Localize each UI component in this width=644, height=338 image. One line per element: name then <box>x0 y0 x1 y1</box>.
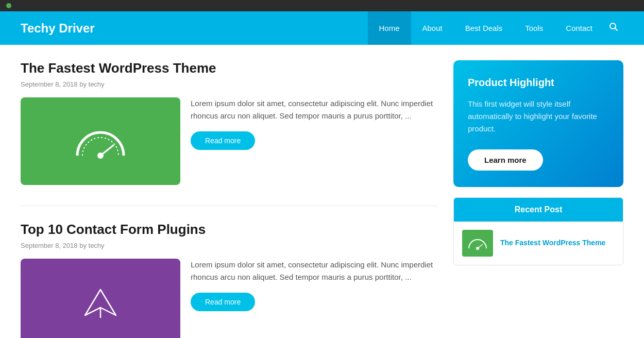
product-highlight-widget: Product Highlight This first widget will… <box>453 60 623 187</box>
recent-post-widget: Recent Post The Fastest WordPress Theme <box>453 197 623 265</box>
product-highlight-description: This first widget will style itself auto… <box>468 98 609 135</box>
article-1-body: Lorem ipsum dolor sit amet, consectetur … <box>21 97 438 185</box>
article-1-thumbnail <box>21 97 180 185</box>
search-icon[interactable] <box>604 22 623 34</box>
svg-line-3 <box>100 145 113 156</box>
status-dot <box>6 3 11 8</box>
recent-post-header: Recent Post <box>454 198 623 222</box>
article-2: Top 10 Contact Form Plugins September 8,… <box>21 222 438 338</box>
nav-best-deals[interactable]: Best Deals <box>454 11 514 45</box>
article-1: The Fastest WordPress Theme September 8,… <box>21 60 438 185</box>
article-1-excerpt: Lorem ipsum dolor sit amet, consectetur … <box>191 97 438 122</box>
article-2-excerpt: Lorem ipsum dolor sit amet, consectetur … <box>191 259 438 283</box>
article-2-thumbnail <box>21 259 180 338</box>
article-2-body: Lorem ipsum dolor sit amet, consectetur … <box>21 259 438 338</box>
article-divider-1 <box>21 206 438 206</box>
paper-plane-icon <box>77 279 124 326</box>
top-bar <box>0 0 644 11</box>
main-wrapper: The Fastest WordPress Theme September 8,… <box>0 45 644 338</box>
main-nav: Home About Best Deals Tools Contact <box>368 11 624 45</box>
nav-home[interactable]: Home <box>368 11 411 45</box>
recent-post-thumb-1 <box>462 230 493 257</box>
site-title[interactable]: Techy Driver <box>21 21 95 36</box>
product-highlight-title: Product Highlight <box>468 77 609 89</box>
site-header: Techy Driver Home About Best Deals Tools… <box>0 11 644 45</box>
article-1-meta: September 8, 2018 by techy <box>21 80 438 88</box>
nav-about[interactable]: About <box>411 11 454 45</box>
article-1-title[interactable]: The Fastest WordPress Theme <box>21 60 438 76</box>
article-1-read-more[interactable]: Read more <box>191 131 255 150</box>
article-1-text: Lorem ipsum dolor sit amet, consectetur … <box>191 97 438 150</box>
content-area: The Fastest WordPress Theme September 8,… <box>21 60 438 338</box>
learn-more-button[interactable]: Learn more <box>468 149 543 171</box>
article-2-title[interactable]: Top 10 Contact Form Plugins <box>21 222 438 238</box>
article-2-text: Lorem ipsum dolor sit amet, consectetur … <box>191 259 438 311</box>
sidebar: Product Highlight This first widget will… <box>453 60 623 338</box>
nav-contact[interactable]: Contact <box>554 11 604 45</box>
svg-line-8 <box>478 244 483 248</box>
nav-tools[interactable]: Tools <box>514 11 554 45</box>
recent-post-title-1[interactable]: The Fastest WordPress Theme <box>500 238 605 248</box>
article-2-read-more[interactable]: Read more <box>191 293 255 311</box>
svg-line-1 <box>615 28 618 31</box>
speedometer-icon <box>72 120 129 163</box>
recent-speedometer-icon <box>467 235 488 251</box>
article-2-meta: September 8, 2018 by techy <box>21 242 438 249</box>
recent-post-item-1[interactable]: The Fastest WordPress Theme <box>454 222 623 265</box>
